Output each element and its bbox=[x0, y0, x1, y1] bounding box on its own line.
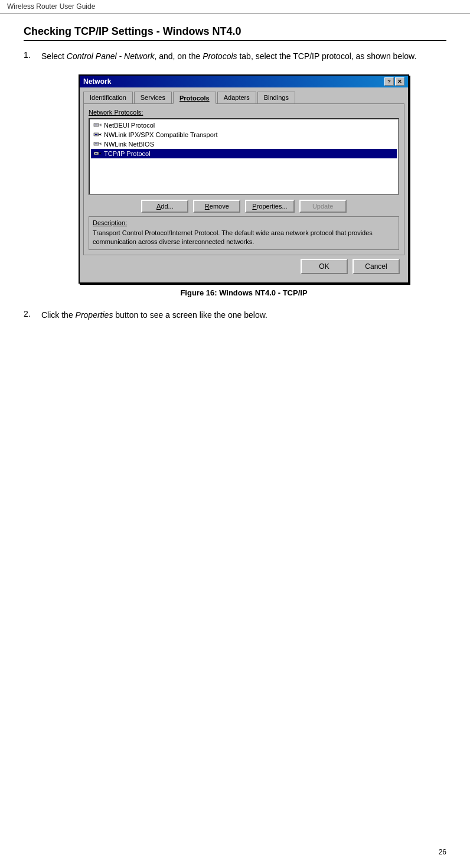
action-buttons: Add... Remove Properties... Update bbox=[89, 200, 399, 213]
nwlink-netbios-icon bbox=[93, 140, 102, 148]
dialog-titlebar: Network ? ✕ bbox=[80, 76, 408, 87]
step-2-text: Click the Properties button to see a scr… bbox=[41, 309, 267, 321]
step-2-number: 2. bbox=[24, 309, 41, 321]
dialog-body: Identification Services Protocols Adapte… bbox=[80, 87, 408, 282]
add-button[interactable]: Add... bbox=[141, 200, 188, 213]
dialog-footer: OK Cancel bbox=[83, 255, 404, 279]
page-wrapper: Wireless Router User Guide Checking TCP/… bbox=[0, 0, 470, 868]
protocol-listbox[interactable]: NetBEUI Protocol bbox=[89, 118, 399, 195]
tcpip-icon bbox=[93, 149, 102, 158]
list-item-tcpip[interactable]: TCP/IP Protocol bbox=[91, 149, 397, 158]
tab-content-protocols: Network Protocols: bbox=[83, 103, 404, 255]
section-title: Checking TCP/IP Settings - Windows NT4.0 bbox=[24, 25, 446, 41]
cancel-button[interactable]: Cancel bbox=[352, 259, 400, 274]
step-1-number: 1. bbox=[24, 50, 41, 63]
page-header: Wireless Router User Guide bbox=[0, 0, 470, 14]
tab-bindings[interactable]: Bindings bbox=[257, 92, 295, 104]
tab-protocols[interactable]: Protocols bbox=[173, 92, 216, 104]
remove-button[interactable]: Remove bbox=[193, 200, 240, 213]
nwlink-ipx-icon bbox=[93, 131, 102, 139]
titlebar-buttons: ? ✕ bbox=[384, 77, 404, 86]
list-item-nwlink-netbios[interactable]: NWLink NetBIOS bbox=[91, 139, 397, 149]
network-dialog: Network ? ✕ Identification Services Prot… bbox=[79, 74, 409, 284]
step-1-text: Select Control Panel - Network, and, on … bbox=[41, 50, 416, 63]
step-2: 2. Click the Properties button to see a … bbox=[24, 309, 446, 321]
list-item-netbeui[interactable]: NetBEUI Protocol bbox=[91, 121, 397, 130]
tab-identification[interactable]: Identification bbox=[83, 92, 133, 104]
update-button[interactable]: Update bbox=[299, 200, 347, 213]
figure-16-container: Network ? ✕ Identification Services Prot… bbox=[41, 74, 446, 297]
nwlink-netbios-label: NWLink NetBIOS bbox=[104, 141, 154, 148]
dialog-tabs: Identification Services Protocols Adapte… bbox=[83, 91, 404, 103]
svg-rect-5 bbox=[95, 134, 97, 135]
nwlink-ipx-label: NWLink IPX/SPX Compatible Transport bbox=[104, 131, 218, 138]
svg-rect-13 bbox=[95, 153, 97, 154]
description-box: Description: Transport Control Protocol/… bbox=[89, 216, 399, 250]
tcpip-label: TCP/IP Protocol bbox=[104, 150, 151, 157]
figure-caption: Figure 16: Windows NT4.0 - TCP/IP bbox=[180, 288, 307, 297]
header-text: Wireless Router User Guide bbox=[7, 2, 95, 11]
page-content: Checking TCP/IP Settings - Windows NT4.0… bbox=[0, 14, 470, 343]
help-button[interactable]: ? bbox=[384, 77, 394, 86]
tab-services[interactable]: Services bbox=[134, 92, 172, 104]
close-button[interactable]: ✕ bbox=[395, 77, 404, 86]
step-1: 1. Select Control Panel - Network, and, … bbox=[24, 50, 446, 63]
description-text: Transport Control Protocol/Internet Prot… bbox=[93, 229, 395, 247]
ok-button[interactable]: OK bbox=[301, 259, 348, 274]
group-label: Network Protocols: bbox=[89, 109, 399, 116]
properties-button[interactable]: Properties... bbox=[245, 200, 294, 213]
svg-rect-1 bbox=[95, 125, 97, 125]
svg-rect-9 bbox=[95, 144, 97, 144]
dialog-title: Network bbox=[83, 77, 111, 86]
list-item-nwlink-ipx[interactable]: NWLink IPX/SPX Compatible Transport bbox=[91, 130, 397, 139]
page-number: 26 bbox=[439, 848, 446, 856]
netbeui-icon bbox=[93, 121, 102, 129]
description-label: Description: bbox=[93, 219, 395, 226]
netbeui-label: NetBEUI Protocol bbox=[104, 122, 155, 129]
tab-adapters[interactable]: Adapters bbox=[217, 92, 256, 104]
